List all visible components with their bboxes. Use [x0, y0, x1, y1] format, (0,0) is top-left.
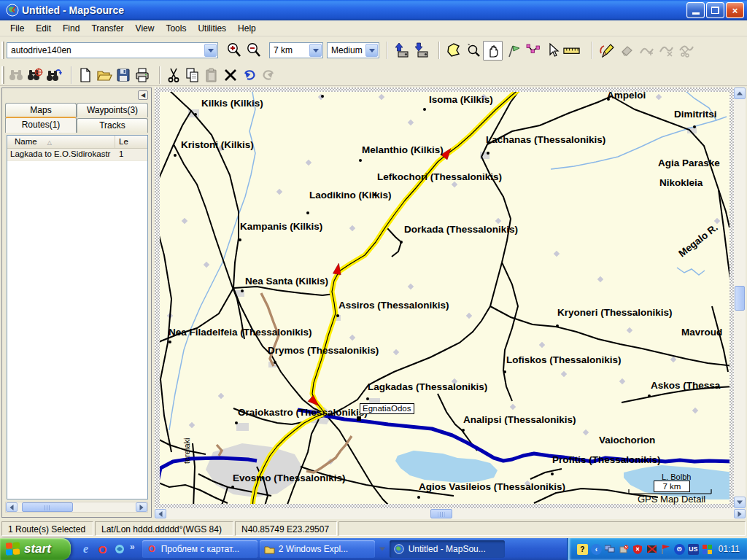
split-route-button[interactable]: [656, 41, 676, 61]
security-alert-tray-icon[interactable]: [632, 544, 643, 555]
tab-maps[interactable]: Maps: [5, 103, 77, 117]
messenger-icon[interactable]: [113, 543, 125, 556]
menu-transfer[interactable]: Transfer: [85, 21, 129, 36]
device-removed-tray-icon[interactable]: [619, 544, 630, 555]
table-row[interactable]: Lagkada to E.O.Sidirokastr 1: [7, 149, 147, 161]
map-detail-combo[interactable]: Medium: [327, 42, 379, 58]
chevron-down-icon[interactable]: [365, 44, 378, 57]
delete-button[interactable]: [221, 66, 240, 85]
cut-button[interactable]: [164, 66, 183, 85]
new-button[interactable]: [76, 66, 95, 85]
column-length[interactable]: Le: [115, 136, 147, 148]
waypoint-tool-button[interactable]: [503, 41, 522, 61]
receive-from-device-button[interactable]: [411, 41, 431, 61]
menu-find[interactable]: Find: [57, 21, 85, 36]
internet-explorer-icon[interactable]: e: [80, 543, 92, 556]
map-label-20: Lofiskos (Thessalonikis): [506, 354, 622, 365]
zoom-tool-button[interactable]: [463, 41, 483, 61]
recently-found-button[interactable]: [44, 66, 63, 85]
panel-horizontal-scrollbar[interactable]: [5, 502, 148, 513]
mail-error-tray-icon[interactable]: [646, 544, 657, 555]
map-product-combo[interactable]: autodrive140en: [7, 42, 218, 58]
map-scale-combo[interactable]: 7 km: [269, 42, 323, 58]
map-horizontal-scrollbar[interactable]: [155, 508, 746, 519]
find-button[interactable]: [7, 66, 26, 85]
map-label-14: Nea Santa (Kilkis): [245, 276, 328, 287]
help-tray-icon[interactable]: ?: [577, 544, 588, 555]
print-button[interactable]: [133, 66, 152, 85]
measure-tool-button[interactable]: [562, 41, 581, 61]
taskbar-chevron[interactable]: [377, 540, 387, 558]
opera-icon[interactable]: O: [96, 543, 109, 556]
minimize-button[interactable]: [686, 2, 705, 18]
tab-tracks[interactable]: Tracks: [77, 118, 148, 133]
scroll-down-button[interactable]: [734, 497, 746, 508]
scrollbar-thumb[interactable]: [22, 502, 73, 512]
undo-button[interactable]: [240, 66, 259, 85]
quick-launch-more[interactable]: »: [130, 542, 135, 552]
save-button[interactable]: [114, 66, 133, 85]
menu-help[interactable]: Help: [232, 21, 262, 36]
menu-file[interactable]: File: [4, 21, 30, 36]
bluetooth-tray-icon[interactable]: ʘ: [674, 544, 685, 555]
scroll-left-button[interactable]: [155, 509, 166, 518]
routes-table-header[interactable]: Name△ Le: [7, 136, 147, 149]
find-nearest-button[interactable]: [26, 66, 44, 85]
chevron-down-icon[interactable]: [309, 44, 322, 57]
scroll-right-button[interactable]: [734, 509, 746, 518]
redo-button[interactable]: [259, 66, 278, 85]
language-indicator[interactable]: US: [688, 544, 699, 555]
start-button[interactable]: start: [0, 538, 71, 560]
menu-view[interactable]: View: [130, 21, 160, 36]
city-dot-16: [274, 361, 276, 364]
trim-route-button[interactable]: [676, 41, 695, 61]
chevron-down-icon[interactable]: [204, 44, 217, 57]
column-name[interactable]: Name△: [7, 136, 115, 148]
redo-icon: [260, 66, 277, 84]
route-name-cell[interactable]: Lagkada to E.O.Sidirokastr: [7, 149, 115, 160]
task-mapsource[interactable]: Untitled - MapSou...: [390, 540, 505, 558]
scrollbar-thumb[interactable]: [430, 509, 452, 518]
graphics-tray-icon[interactable]: [702, 544, 713, 555]
position-format-status: Lat/Lon hddd.ddddd°(WGS 84): [95, 521, 233, 536]
menu-edit[interactable]: Edit: [30, 21, 57, 36]
system-tray: ? ‹ ʘ US 01:11: [567, 538, 747, 560]
map-label-4: Kristoni (Kilkis): [181, 139, 254, 150]
route-tool-button[interactable]: [522, 41, 542, 61]
hide-icons-chevron[interactable]: ‹: [591, 544, 602, 555]
tab-routes[interactable]: Routes(1): [5, 117, 77, 133]
map-vertical-scrollbar[interactable]: [734, 88, 746, 508]
scroll-right-button[interactable]: [136, 502, 147, 512]
edit-route-button[interactable]: [597, 41, 616, 61]
hand-tool-button[interactable]: [483, 41, 503, 61]
zoom-out-button[interactable]: [244, 41, 263, 61]
map-tool-button[interactable]: [444, 41, 463, 61]
panel-collapse-button[interactable]: ◀: [138, 90, 148, 100]
scroll-up-button[interactable]: [734, 88, 746, 99]
map-canvas[interactable]: Kilkis (Kilkis)Isoma (Kilkis)AmpeloiDimi…: [155, 88, 734, 508]
map-label-9: Lefkochori (Thessalonikis): [377, 171, 502, 182]
join-routes-button[interactable]: [636, 41, 656, 61]
menu-tools[interactable]: Tools: [160, 21, 192, 36]
menu-utilities[interactable]: Utilities: [192, 21, 232, 36]
close-button[interactable]: ×: [726, 2, 744, 18]
task-opera[interactable]: O Проблем с картат...: [142, 540, 258, 558]
task-windows-explorer[interactable]: 2 Windows Expl...: [260, 540, 375, 558]
map-label-25: Vaiochorion: [599, 435, 655, 446]
route-tool-icon: [524, 42, 541, 59]
scroll-left-button[interactable]: [6, 502, 18, 512]
network-tray-icon[interactable]: [605, 544, 616, 555]
selection-tool-button[interactable]: [542, 41, 562, 61]
map-view: Kilkis (Kilkis)Isoma (Kilkis)AmpeloiDimi…: [155, 88, 746, 519]
restore-button[interactable]: [706, 2, 724, 18]
send-to-device-button[interactable]: [392, 41, 411, 61]
download-flag-tray-icon[interactable]: [660, 544, 671, 555]
zoom-in-button[interactable]: [224, 41, 244, 61]
copy-button[interactable]: [183, 66, 202, 85]
tab-waypoints[interactable]: Waypoints(3): [77, 103, 148, 117]
route-length-cell[interactable]: 1: [115, 149, 147, 160]
erase-route-button[interactable]: [616, 41, 636, 61]
paste-button[interactable]: [202, 66, 221, 85]
open-button[interactable]: [95, 66, 114, 85]
scrollbar-thumb[interactable]: [735, 286, 745, 311]
